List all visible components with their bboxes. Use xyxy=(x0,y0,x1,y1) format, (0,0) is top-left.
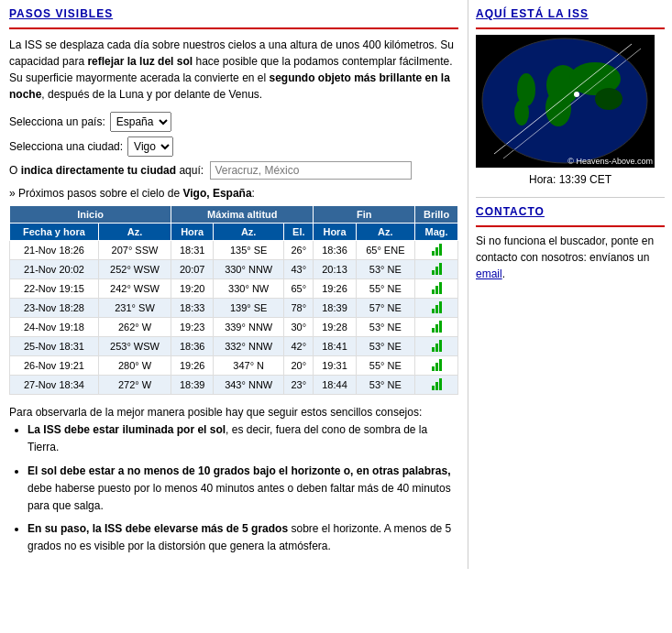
svg-point-4 xyxy=(514,100,529,126)
table-cell: 18:31 xyxy=(171,241,214,260)
table-cell: 242° WSW xyxy=(98,279,171,299)
table-cell: 330° NNW xyxy=(214,260,284,279)
contact-title: CONTACTO xyxy=(476,205,665,218)
brillo-bar xyxy=(415,299,458,318)
table-cell: 19:28 xyxy=(314,318,356,337)
table-cell: 22-Nov 19:15 xyxy=(10,279,99,299)
city-select[interactable]: Vigo xyxy=(127,136,173,157)
country-select[interactable]: España xyxy=(110,112,171,132)
table-cell: 19:26 xyxy=(171,356,214,376)
tip-item: El sol debe estar a no menos de 10 grado… xyxy=(28,463,458,516)
table-cell: 18:39 xyxy=(171,376,214,395)
table-cell: 20:07 xyxy=(171,260,214,279)
brillo-bar xyxy=(415,356,458,376)
col-el: El. xyxy=(284,224,314,241)
tip-bold: El sol debe estar a no menos de 10 grado… xyxy=(28,464,450,477)
table-cell: 53° NE xyxy=(356,318,415,337)
table-cell: 26-Nov 19:21 xyxy=(10,356,99,376)
table-cell: 280° W xyxy=(98,356,171,376)
table-cell: 65° xyxy=(284,279,314,299)
right-panel: AQUÍ ESTÁ LA ISS xyxy=(468,0,672,569)
brillo-bar xyxy=(415,241,458,260)
table-cell: 23° xyxy=(284,376,314,395)
col-hora-max: Hora xyxy=(171,224,214,241)
table-cell: 53° NE xyxy=(356,260,415,279)
table-cell: 20:13 xyxy=(314,260,356,279)
city-label: Selecciona una ciudad: xyxy=(9,140,123,153)
contact-email-link[interactable]: email xyxy=(476,267,502,280)
brillo-bar xyxy=(415,337,458,356)
col-hora-fin: Hora xyxy=(314,224,356,241)
col-maxima: Máxima altitud xyxy=(171,206,314,224)
tip-bold: La ISS debe estar iluminada por el sol xyxy=(28,423,226,436)
table-cell: 253° WSW xyxy=(98,337,171,356)
table-cell: 135° SE xyxy=(214,241,284,260)
section-title-pasos: PASOS VISIBLES xyxy=(9,7,458,20)
city-row: Selecciona una ciudad: Vigo xyxy=(9,136,458,157)
table-cell: 332° NNW xyxy=(214,337,284,356)
table-cell: 272° W xyxy=(98,376,171,395)
col-inicio: Inicio xyxy=(10,206,171,224)
table-cell: 207° SSW xyxy=(98,241,171,260)
table-cell: 23-Nov 18:28 xyxy=(10,299,99,318)
col-fin: Fin xyxy=(314,206,415,224)
tips-intro: Para observarla de la mejor manera posib… xyxy=(9,404,458,421)
table-cell: 26° xyxy=(284,241,314,260)
direct-bold: indica directamente tu ciudad xyxy=(21,164,176,177)
time-display: Hora: 13:39 CET xyxy=(476,173,665,186)
table-cell: 57° NE xyxy=(356,299,415,318)
table-cell: 21-Nov 20:02 xyxy=(10,260,99,279)
contact-text-after: . xyxy=(502,267,505,280)
tip-item: La ISS debe estar iluminada por el sol, … xyxy=(28,421,458,456)
tip-text: debe haberse puesto por lo menos 40 minu… xyxy=(28,482,451,512)
tips-section: Para observarla de la mejor manera posib… xyxy=(9,404,458,556)
tip-item: En su paso, la ISS debe elevarse más de … xyxy=(28,520,458,555)
table-cell: 25-Nov 18:31 xyxy=(10,337,99,356)
heavens-credit: © Heavens-Above.com xyxy=(567,157,653,166)
table-cell: 65° ENE xyxy=(356,241,415,260)
table-cell: 19:26 xyxy=(314,279,356,299)
contact-text: Si no funciona el buscador, ponte en con… xyxy=(476,233,665,282)
brillo-bar xyxy=(415,279,458,299)
table-cell: 55° NE xyxy=(356,279,415,299)
svg-point-6 xyxy=(595,88,622,110)
table-cell: 53° NE xyxy=(356,376,415,395)
intro-bold1: reflejar la luz del sol xyxy=(87,55,193,68)
direct-label2: aquí: xyxy=(176,164,204,177)
brillo-bar xyxy=(415,376,458,395)
table-cell: 231° SW xyxy=(98,299,171,318)
intro-p1-end: , después de la Luna y por delante de Ve… xyxy=(41,88,262,101)
table-cell: 262° W xyxy=(98,318,171,337)
country-row: Selecciona un país: España xyxy=(9,112,458,132)
table-cell: 53° NE xyxy=(356,337,415,356)
table-cell: 343° NNW xyxy=(214,376,284,395)
brillo-bar xyxy=(415,318,458,337)
direct-label: O xyxy=(9,164,21,177)
col-mag: Mag. xyxy=(415,224,458,241)
direct-city-input[interactable] xyxy=(210,161,412,180)
table-cell: 330° NW xyxy=(214,279,284,299)
table-cell: 252° WSW xyxy=(98,260,171,279)
col-az3: Az. xyxy=(356,224,415,241)
table-cell: 18:44 xyxy=(314,376,356,395)
table-cell: 19:23 xyxy=(171,318,214,337)
direct-input-row: O indica directamente tu ciudad aquí: xyxy=(9,161,458,180)
table-cell: 27-Nov 18:34 xyxy=(10,376,99,395)
table-cell: 24-Nov 19:18 xyxy=(10,318,99,337)
passes-table: Inicio Máxima altitud Fin Brillo Fecha y… xyxy=(9,205,458,395)
table-cell: 21-Nov 18:26 xyxy=(10,241,99,260)
table-cell: 30° xyxy=(284,318,314,337)
table-cell: 139° SE xyxy=(214,299,284,318)
svg-point-9 xyxy=(574,92,579,97)
table-cell: 347° N xyxy=(214,356,284,376)
next-passes-label: » Próximos pasos sobre el cielo de Vigo,… xyxy=(9,187,458,200)
left-panel: PASOS VISIBLES La ISS se desplaza cada d… xyxy=(0,0,468,569)
table-cell: 19:20 xyxy=(171,279,214,299)
table-cell: 20° xyxy=(284,356,314,376)
globe-svg xyxy=(476,35,655,168)
table-cell: 18:39 xyxy=(314,299,356,318)
tips-list: La ISS debe estar iluminada por el sol, … xyxy=(28,421,458,555)
table-cell: 18:33 xyxy=(171,299,214,318)
table-cell: 55° NE xyxy=(356,356,415,376)
iss-title: AQUÍ ESTÁ LA ISS xyxy=(476,7,665,20)
